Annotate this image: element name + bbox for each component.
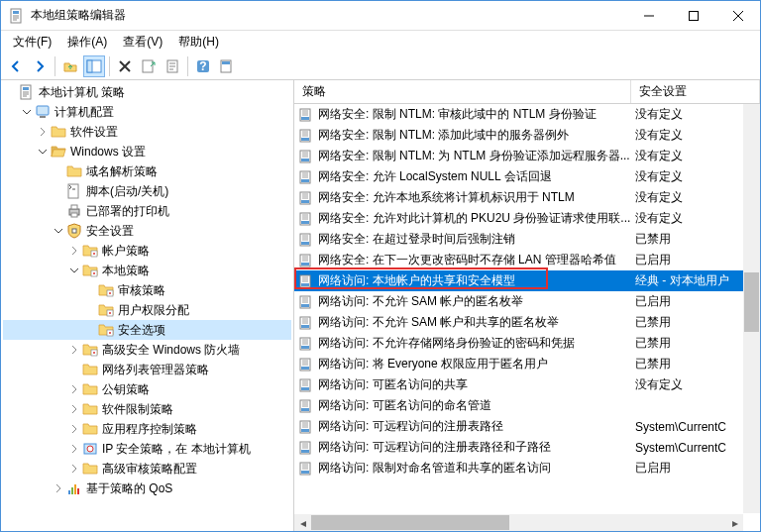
expander-icon[interactable] bbox=[51, 223, 66, 239]
export-button[interactable] bbox=[138, 55, 160, 77]
tree-item[interactable]: 公钥策略 bbox=[3, 379, 291, 399]
expander-icon[interactable] bbox=[82, 302, 98, 318]
list-row[interactable]: 网络安全: 限制 NTLM: 审核此域中的 NTLM 身份验证没有定义 bbox=[294, 104, 760, 125]
menu-file[interactable]: 文件(F) bbox=[5, 32, 59, 53]
close-button[interactable] bbox=[715, 1, 760, 30]
up-button[interactable] bbox=[59, 55, 81, 77]
vertical-scrollbar[interactable] bbox=[743, 104, 760, 513]
expander-icon[interactable] bbox=[66, 243, 82, 259]
tree-item[interactable]: 脚本(启动/关机) bbox=[3, 181, 291, 201]
list-row[interactable]: 网络访问: 可匿名访问的命名管道 bbox=[294, 395, 760, 416]
tree-label: 公钥策略 bbox=[102, 381, 150, 398]
maximize-button[interactable] bbox=[671, 1, 715, 30]
expander-icon[interactable] bbox=[66, 362, 82, 377]
list-row[interactable]: 网络访问: 不允许 SAM 帐户的匿名枚举已启用 bbox=[294, 291, 760, 312]
list-row[interactable]: 网络安全: 限制 NTLM: 添加此域中的服务器例外没有定义 bbox=[294, 125, 760, 146]
policy-name: 网络安全: 允许 LocalSystem NULL 会话回退 bbox=[318, 168, 552, 185]
list-row[interactable]: 网络访问: 不允许存储网络身份验证的密码和凭据已禁用 bbox=[294, 333, 760, 354]
expander-icon[interactable] bbox=[66, 421, 82, 437]
tree-item[interactable]: 高级审核策略配置 bbox=[3, 459, 291, 479]
expander-icon[interactable] bbox=[51, 203, 66, 219]
policy-setting: 已禁用 bbox=[631, 231, 760, 248]
list-row[interactable]: 网络安全: 允许 LocalSystem NULL 会话回退没有定义 bbox=[294, 166, 760, 187]
tree-item[interactable]: IP 安全策略，在 本地计算机 bbox=[3, 439, 291, 459]
policy-name: 网络访问: 可远程访问的注册表路径 bbox=[318, 418, 503, 435]
policy-setting: 没有定义 bbox=[631, 376, 760, 393]
tree-item[interactable]: 域名解析策略 bbox=[3, 161, 291, 181]
show-tree-button[interactable] bbox=[83, 55, 105, 77]
expander-icon[interactable] bbox=[66, 401, 82, 417]
tree-item[interactable]: 应用程序控制策略 bbox=[3, 419, 291, 439]
scrollbar-thumb[interactable] bbox=[744, 272, 759, 332]
tree-item[interactable]: 软件设置 bbox=[3, 122, 291, 142]
tree-item[interactable]: 审核策略 bbox=[3, 280, 291, 300]
list-row[interactable]: 网络访问: 本地帐户的共享和安全模型经典 - 对本地用户 bbox=[294, 270, 760, 291]
titlebar: 本地组策略编辑器 bbox=[1, 1, 760, 31]
list-row[interactable]: 网络访问: 可匿名访问的共享没有定义 bbox=[294, 374, 760, 395]
list-row[interactable]: 网络访问: 限制对命名管道和共享的匿名访问已启用 bbox=[294, 458, 760, 479]
expander-icon[interactable] bbox=[51, 480, 66, 496]
tree-item[interactable]: 基于策略的 QoS bbox=[3, 479, 291, 498]
list-row[interactable]: 网络安全: 允许本地系统将计算机标识用于 NTLM没有定义 bbox=[294, 187, 760, 208]
expander-icon[interactable] bbox=[19, 104, 35, 120]
refresh-button[interactable] bbox=[216, 55, 238, 77]
properties-button[interactable] bbox=[162, 55, 183, 77]
policy-name: 网络访问: 本地帐户的共享和安全模型 bbox=[318, 272, 515, 289]
tree-item[interactable]: 安全选项 bbox=[3, 320, 291, 340]
folder-s-icon bbox=[98, 282, 114, 298]
policy-icon bbox=[298, 377, 314, 393]
tree-item[interactable]: 帐户策略 bbox=[3, 241, 291, 261]
expander-icon[interactable] bbox=[82, 282, 98, 298]
expander-icon[interactable] bbox=[66, 342, 82, 358]
tree-item[interactable]: 网络列表管理器策略 bbox=[3, 360, 291, 379]
delete-button[interactable] bbox=[114, 55, 136, 77]
tree-item[interactable]: 计算机配置 bbox=[3, 102, 291, 122]
expander-icon[interactable] bbox=[35, 144, 51, 160]
help-button[interactable]: ? bbox=[192, 55, 214, 77]
list-row[interactable]: 网络访问: 不允许 SAM 帐户和共享的匿名枚举已禁用 bbox=[294, 312, 760, 333]
tree-label: 本地策略 bbox=[102, 263, 150, 279]
expander-icon[interactable] bbox=[66, 263, 82, 278]
expander-icon[interactable] bbox=[35, 124, 51, 140]
expander-icon[interactable] bbox=[51, 183, 66, 199]
tree-item[interactable]: 本地策略 bbox=[3, 261, 291, 280]
list-row[interactable]: 网络访问: 可远程访问的注册表路径和子路径System\CurrentC bbox=[294, 437, 760, 458]
back-button[interactable] bbox=[5, 55, 27, 77]
expander-icon[interactable] bbox=[66, 461, 82, 477]
menu-help[interactable]: 帮助(H) bbox=[170, 32, 227, 53]
menu-view[interactable]: 查看(V) bbox=[115, 32, 170, 53]
expander-icon[interactable] bbox=[82, 322, 98, 338]
tree-item[interactable]: 软件限制策略 bbox=[3, 399, 291, 419]
policy-icon bbox=[298, 211, 314, 227]
scroll-right-icon[interactable]: ▸ bbox=[726, 514, 743, 531]
scrollbar-thumb[interactable] bbox=[311, 515, 509, 530]
list-row[interactable]: 网络访问: 将 Everyone 权限应用于匿名用户已禁用 bbox=[294, 354, 760, 374]
expander-icon[interactable] bbox=[66, 441, 82, 457]
tree-item[interactable]: 已部署的打印机 bbox=[3, 201, 291, 221]
app-icon bbox=[9, 8, 25, 24]
list-row[interactable]: 网络安全: 允许对此计算机的 PKU2U 身份验证请求使用联...没有定义 bbox=[294, 208, 760, 229]
window-title: 本地组策略编辑器 bbox=[31, 7, 626, 24]
folder-s-icon bbox=[82, 342, 98, 358]
list-row[interactable]: 网络安全: 在超过登录时间后强制注销已禁用 bbox=[294, 229, 760, 250]
tree-item[interactable]: 高级安全 Windows 防火墙 bbox=[3, 340, 291, 360]
tree-item[interactable]: Windows 设置 bbox=[3, 142, 291, 161]
header-policy[interactable]: 策略 bbox=[294, 80, 631, 103]
minimize-button[interactable] bbox=[626, 1, 671, 30]
tree-root[interactable]: 本地计算机 策略 bbox=[3, 82, 291, 102]
header-setting[interactable]: 安全设置 bbox=[631, 80, 760, 103]
tree-item[interactable]: 安全设置 bbox=[3, 221, 291, 241]
menu-action[interactable]: 操作(A) bbox=[59, 32, 115, 53]
forward-button[interactable] bbox=[29, 55, 51, 77]
list-body[interactable]: 网络安全: 限制 NTLM: 审核此域中的 NTLM 身份验证没有定义网络安全:… bbox=[294, 104, 760, 531]
list-row[interactable]: 网络访问: 可远程访问的注册表路径System\CurrentC bbox=[294, 416, 760, 437]
tree-item[interactable]: 用户权限分配 bbox=[3, 300, 291, 320]
expander-icon[interactable] bbox=[66, 381, 82, 397]
list-row[interactable]: 网络安全: 限制 NTLM: 为 NTLM 身份验证添加远程服务器...没有定义 bbox=[294, 146, 760, 166]
policy-icon bbox=[298, 232, 314, 248]
list-row[interactable]: 网络安全: 在下一次更改密码时不存储 LAN 管理器哈希值已启用 bbox=[294, 250, 760, 270]
tree-pane[interactable]: 本地计算机 策略计算机配置软件设置Windows 设置域名解析策略脚本(启动/关… bbox=[1, 80, 294, 531]
horizontal-scrollbar[interactable]: ◂ ▸ bbox=[294, 514, 743, 531]
scroll-left-icon[interactable]: ◂ bbox=[294, 514, 311, 531]
expander-icon[interactable] bbox=[51, 163, 66, 179]
